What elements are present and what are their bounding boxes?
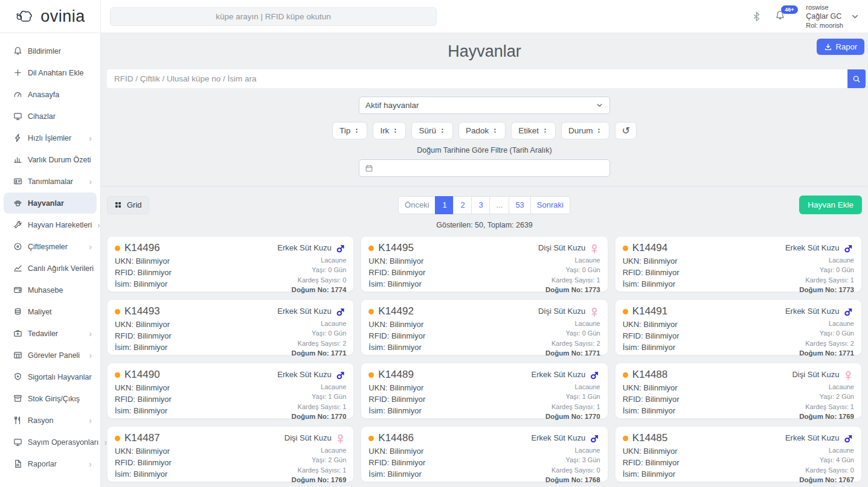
sidebar-item-tan-mlamalar[interactable]: Tanımlamalar›	[4, 171, 97, 192]
animal-birth-no: Doğum No: 1767	[785, 475, 854, 485]
animal-card[interactable]: K14485 UKN: Bilinmiyor RFID: Bilinmiyor …	[615, 426, 862, 482]
user-menu[interactable]: roswise Çağlar GC Rol: moorish	[806, 3, 860, 30]
filter-etiket-button[interactable]: Etiket	[511, 122, 556, 139]
chevron-right-icon: ›	[89, 177, 92, 186]
notifications-button[interactable]: 46+	[775, 10, 785, 23]
header-search-input[interactable]: küpe arayın | RFID küpe okutun	[110, 7, 437, 26]
status-dot-icon	[623, 309, 628, 314]
animal-rfid: RFID: Bilinmiyor	[368, 395, 425, 404]
animal-card[interactable]: K14492 UKN: Bilinmiyor RFID: Bilinmiyor …	[361, 299, 608, 355]
sidebar-item-iftle-meler[interactable]: Çiftleşmeler›	[4, 236, 97, 257]
male-gender-icon: ♂	[588, 368, 600, 382]
filter-irk-button[interactable]: Irk	[373, 122, 406, 139]
filter-s-r-button[interactable]: Sürü	[411, 122, 453, 139]
header-search-placeholder: küpe arayın | RFID küpe okutun	[216, 12, 330, 21]
animal-card[interactable]: K14495 UKN: Bilinmiyor RFID: Bilinmiyor …	[361, 236, 608, 292]
animal-name: İsim: Bilinmiyor	[623, 343, 680, 352]
sidebar-item-say-m-operasyonlar[interactable]: Sayım Operasyonları›	[4, 431, 97, 453]
sidebar-item-rasyon[interactable]: Rasyon›	[4, 410, 97, 431]
sort-icon	[353, 127, 360, 135]
animal-card[interactable]: K14489 UKN: Bilinmiyor RFID: Bilinmiyor …	[361, 363, 608, 419]
animal-card[interactable]: K14491 UKN: Bilinmiyor RFID: Bilinmiyor …	[615, 299, 862, 355]
female-gender-icon: ♀	[588, 241, 600, 255]
animal-id: K14496	[124, 242, 160, 254]
animal-card[interactable]: K14494 UKN: Bilinmiyor RFID: Bilinmiyor …	[615, 236, 862, 292]
animal-card[interactable]: K14488 UKN: Bilinmiyor RFID: Bilinmiyor …	[615, 363, 862, 419]
sidebar-item-g-revler-paneli[interactable]: Görevler Paneli›	[4, 345, 97, 366]
animal-card[interactable]: K14496 UKN: Bilinmiyor RFID: Bilinmiyor …	[107, 236, 354, 292]
status-select[interactable]: Aktif hayvanlar	[359, 97, 610, 114]
sidebar-item-stok-giri-k[interactable]: Stok Giriş/Çıkış	[4, 388, 97, 409]
animal-name: İsim: Bilinmiyor	[115, 406, 172, 415]
animal-card[interactable]: K14486 UKN: Bilinmiyor RFID: Bilinmiyor …	[361, 426, 608, 482]
paw-icon	[13, 199, 22, 208]
animal-search-input[interactable]	[107, 69, 847, 88]
pagination-page-1[interactable]: 1	[436, 196, 454, 214]
sidebar-item-maliyet[interactable]: Maliyet	[4, 301, 97, 322]
bluetooth-icon[interactable]	[751, 11, 762, 22]
animal-id: K14486	[378, 432, 414, 444]
sidebar-item-bildirimler[interactable]: Bildirimler	[4, 40, 97, 62]
chevron-right-icon: ›	[89, 351, 92, 360]
animal-card[interactable]: K14487 UKN: Bilinmiyor RFID: Bilinmiyor …	[107, 426, 354, 482]
animal-name: İsim: Bilinmiyor	[115, 343, 172, 352]
chevron-right-icon: ›	[89, 134, 92, 142]
animal-age: Yaşı: 1 Gün	[532, 392, 600, 401]
user-info: roswise Çağlar GC Rol: moorish	[806, 3, 843, 30]
pagination-page-2[interactable]: 2	[454, 196, 472, 214]
sidebar-item-label: Tedaviler	[28, 329, 58, 338]
pagination-dots[interactable]: ...	[490, 196, 510, 214]
chevron-down-icon	[596, 101, 603, 109]
file-icon	[13, 459, 22, 468]
animal-type: Dişi Süt Kuzu	[792, 369, 839, 380]
sidebar-nav: BildirimlerDil Anahtarı EkleAnasayfaCiha…	[0, 40, 100, 474]
female-gender-icon: ♀	[335, 431, 347, 445]
sidebar-item-hayvan-hareketleri[interactable]: Hayvan Hareketleri›	[4, 214, 97, 235]
animal-breed: Lacaune	[792, 382, 854, 392]
sidebar-item-varl-k-durum-zeti[interactable]: Varlık Durum Özeti	[4, 149, 97, 170]
filter-padok-button[interactable]: Padok	[458, 122, 506, 139]
reset-filters-button[interactable]: ↺	[615, 122, 636, 139]
birthdate-range-input[interactable]	[359, 159, 610, 177]
animal-birth-no: Doğum No: 1771	[538, 348, 600, 358]
animal-id: K14487	[124, 432, 160, 444]
filter-durum-button[interactable]: Durum	[561, 122, 610, 139]
animal-id: K14488	[632, 369, 668, 381]
animal-grid: K14496 UKN: Bilinmiyor RFID: Bilinmiyor …	[107, 236, 862, 487]
add-animal-button[interactable]: Hayvan Ekle	[799, 196, 862, 214]
animal-id: K14494	[632, 242, 668, 254]
sort-icon	[439, 127, 446, 135]
sidebar-item-h-zl-i-lemler[interactable]: Hızlı İşlemler›	[4, 127, 97, 148]
animal-ukn: UKN: Bilinmiyor	[623, 256, 680, 266]
animal-ukn: UKN: Bilinmiyor	[623, 320, 680, 329]
search-button[interactable]	[847, 69, 866, 88]
pagination-page-3[interactable]: 3	[472, 196, 490, 214]
bell-icon	[13, 46, 22, 56]
logo[interactable]: ovinia	[0, 0, 101, 33]
sidebar-item-sigortal-hayvanlar[interactable]: Sigortalı Hayvanlar	[4, 366, 97, 387]
animal-age: Yaşı: 0 Gün	[785, 265, 854, 275]
animal-age: Yaşı: 0 Gün	[277, 265, 346, 275]
sidebar: BildirimlerDil Anahtarı EkleAnasayfaCiha…	[0, 33, 101, 487]
sidebar-item-anasayfa[interactable]: Anasayfa	[4, 84, 97, 105]
grid-view-button[interactable]: Grid	[107, 196, 149, 214]
sidebar-item-hayvanlar[interactable]: Hayvanlar	[4, 193, 97, 214]
status-dot-icon	[115, 436, 120, 441]
pagination-next[interactable]: Sonraki	[530, 196, 570, 214]
sidebar-item-canl-a-rl-k-verileri[interactable]: Canlı Ağırlık Verileri	[4, 258, 97, 279]
animal-birth-no: Doğum No: 1769	[792, 412, 854, 422]
animal-ukn: UKN: Bilinmiyor	[623, 383, 680, 392]
sidebar-item-raporlar[interactable]: Raporlar›	[4, 453, 97, 474]
sidebar-item-dil-anahtar-ekle[interactable]: Dil Anahtarı Ekle	[4, 62, 97, 83]
filter-tip-button[interactable]: Tip	[332, 122, 367, 139]
animal-card[interactable]: K14493 UKN: Bilinmiyor RFID: Bilinmiyor …	[107, 299, 354, 355]
report-button[interactable]: Rapor	[817, 39, 864, 55]
user-name: Çağlar GC	[806, 11, 843, 21]
animal-ukn: UKN: Bilinmiyor	[115, 447, 172, 456]
sidebar-item-muhasebe[interactable]: Muhasebe	[4, 279, 97, 301]
pagination-page-53[interactable]: 53	[509, 196, 530, 214]
pagination-prev[interactable]: Önceki	[398, 196, 436, 214]
sidebar-item-cihazlar[interactable]: Cihazlar	[4, 106, 97, 127]
animal-card[interactable]: K14490 UKN: Bilinmiyor RFID: Bilinmiyor …	[107, 363, 354, 419]
sidebar-item-tedaviler[interactable]: Tedaviler›	[4, 323, 97, 344]
